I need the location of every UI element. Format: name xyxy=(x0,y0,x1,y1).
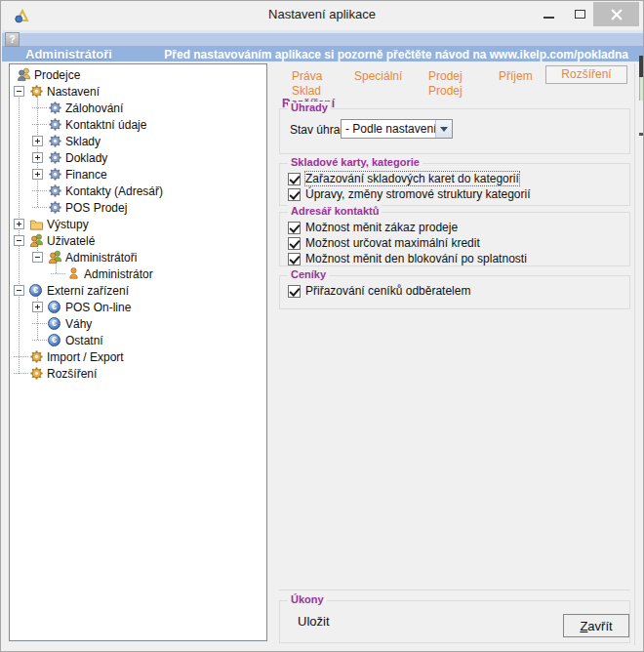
tree-connector xyxy=(32,207,47,208)
checkbox-row: Úpravy, změny stromové struktury kategor… xyxy=(288,186,629,202)
gear-icon xyxy=(47,183,62,198)
tree-item-label: Finance xyxy=(65,168,107,182)
checkbox-label[interactable]: Zařazování skladových karet do kategorií xyxy=(305,172,519,185)
tree-item[interactable]: €Váhy xyxy=(10,315,266,332)
tree-item-label: Sklady xyxy=(65,135,101,148)
gear-icon xyxy=(47,117,62,132)
group-skladove-karty: Skladové karty, kategorie Zařazování skl… xyxy=(279,163,630,206)
checkbox-list: Zařazování skladových karet do kategorií… xyxy=(280,164,629,202)
checkbox[interactable] xyxy=(288,173,301,185)
tree-item[interactable]: Výstupy xyxy=(10,216,266,232)
tab-sklad[interactable]: Sklad xyxy=(292,84,321,98)
checkbox-label[interactable]: Přiřazování ceníků odběratelem xyxy=(305,284,470,298)
expand-icon[interactable] xyxy=(32,152,43,163)
tree-item[interactable]: Nastavení xyxy=(10,83,266,100)
folder-icon xyxy=(28,217,44,231)
gear-icon xyxy=(47,200,62,215)
checkbox[interactable] xyxy=(288,285,301,298)
tab-rozsireni[interactable]: Rozšíření xyxy=(545,65,627,84)
group-label: Adresář kontaktů xyxy=(288,205,382,217)
tree-item-label: Import / Export xyxy=(47,350,124,364)
tree-item[interactable]: POS Prodej xyxy=(10,199,266,216)
expand-icon[interactable] xyxy=(32,302,43,312)
checkbox-label[interactable]: Možnost určovat maximální kredit xyxy=(305,236,480,250)
checkbox-label[interactable]: Úpravy, změny stromové struktury kategor… xyxy=(305,187,531,201)
background-sliver xyxy=(639,133,644,136)
header-notice: Před nastavováním aplikace si pozorně př… xyxy=(164,48,628,61)
checkbox[interactable] xyxy=(288,222,301,234)
tree-item[interactable]: Kontaktní údaje xyxy=(10,116,266,133)
tree-item[interactable]: Rozšíření xyxy=(10,365,266,382)
expand-icon[interactable] xyxy=(32,169,43,180)
tree-item-label: Váhy xyxy=(65,317,92,331)
select-value: - Podle nastavení - xyxy=(342,122,435,136)
collapse-icon[interactable] xyxy=(14,86,24,97)
tree-item[interactable]: Uživatelé xyxy=(10,232,266,249)
gear-icon xyxy=(28,366,44,381)
tree-item[interactable]: Zálohování xyxy=(10,100,266,116)
tab-specialni[interactable]: Speciální xyxy=(354,69,402,83)
tab-prodej[interactable]: Prodej xyxy=(428,69,463,83)
settings-window: Nastavení aplikace ? Administrátoři Před… xyxy=(0,0,644,652)
background-sliver xyxy=(639,56,644,77)
save-action[interactable]: Uložit xyxy=(298,614,330,629)
group-ukony: Úkony Uložit Zavřít xyxy=(279,600,630,643)
expand-icon[interactable] xyxy=(14,219,24,229)
tree-item[interactable]: Administrátoři xyxy=(10,249,266,265)
tree-item-label: POS On-line xyxy=(65,301,131,314)
checkbox-label[interactable]: Možnost měnit den blokování po splatnost… xyxy=(305,252,527,265)
titlebar[interactable]: Nastavení aplikace xyxy=(1,1,643,30)
tree-item[interactable]: Import / Export xyxy=(10,348,266,365)
page-header: ? Administrátoři Před nastavováním aplik… xyxy=(2,30,644,61)
tree-item-label: Nastavení xyxy=(47,85,100,99)
close-icon xyxy=(610,8,624,21)
close-dialog-button[interactable]: Zavřít xyxy=(563,614,629,637)
tree-item-label: Doklady xyxy=(65,151,107,165)
tree-item[interactable]: Finance xyxy=(10,166,266,183)
tree-connector xyxy=(32,340,47,341)
close-button[interactable] xyxy=(593,2,639,26)
tree-item[interactable]: €Ostatní xyxy=(10,332,266,348)
gear-icon xyxy=(47,134,62,148)
euro-icon: € xyxy=(48,334,60,346)
tree-item[interactable]: Doklady xyxy=(10,149,266,166)
tab-prijem[interactable]: Příjem xyxy=(499,69,533,83)
checkbox-list: Přiřazování ceníků odběratelem xyxy=(280,276,629,299)
minimize-icon xyxy=(543,17,554,19)
collapse-icon[interactable] xyxy=(14,285,24,296)
checkbox[interactable] xyxy=(288,237,301,250)
checkbox-row: Možnost měnit den blokování po splatnost… xyxy=(288,251,629,266)
settings-tree-panel: Prodejce Nastavení Zálohování Kontaktní … xyxy=(9,63,267,641)
expand-icon[interactable] xyxy=(32,136,43,146)
tree-item[interactable]: Prodejce xyxy=(10,66,266,83)
users-icon xyxy=(47,250,62,265)
collapse-icon[interactable] xyxy=(14,235,24,246)
tree-item[interactable]: €POS On-line xyxy=(10,299,266,315)
checkbox[interactable] xyxy=(288,188,301,201)
euro-icon: € xyxy=(29,284,42,297)
tree-connector xyxy=(51,273,65,274)
collapse-icon[interactable] xyxy=(32,252,43,263)
tree-item[interactable]: Kontakty (Adresář) xyxy=(10,183,266,199)
tab-prava[interactable]: Práva xyxy=(292,69,322,83)
gear-icon xyxy=(47,101,62,115)
tree-item-label: Zálohování xyxy=(65,102,123,115)
tab-prodej-2[interactable]: Prodej xyxy=(428,84,463,98)
group-label: Úkony xyxy=(288,593,327,605)
tree-item[interactable]: Sklady xyxy=(10,133,266,149)
chevron-down-icon[interactable] xyxy=(435,120,452,138)
maximize-button[interactable] xyxy=(564,2,595,26)
group-label: Ceníky xyxy=(288,268,329,280)
checkbox-list: Možnost měnit zákaz prodejeMožnost určov… xyxy=(280,213,629,266)
tree-item[interactable]: €Externí zařízení xyxy=(10,282,266,299)
maximize-icon xyxy=(575,10,585,19)
tree-item[interactable]: Administrátor xyxy=(10,265,266,282)
close-button-rest: avřít xyxy=(587,619,612,633)
help-button[interactable]: ? xyxy=(5,32,20,47)
stav-uhrad-select[interactable]: - Podle nastavení - xyxy=(341,119,453,139)
group-ceniky: Ceníky Přiřazování ceníků odběratelem xyxy=(279,275,630,309)
checkbox-label[interactable]: Možnost měnit zákaz prodeje xyxy=(305,221,458,234)
minimize-button[interactable] xyxy=(533,2,564,26)
tree-item-label: Kontakty (Adresář) xyxy=(65,184,163,198)
checkbox[interactable] xyxy=(288,253,301,265)
